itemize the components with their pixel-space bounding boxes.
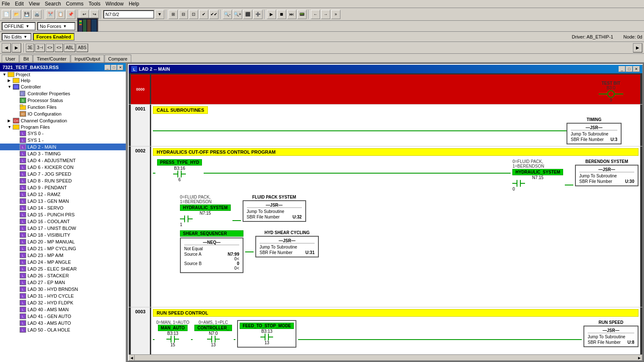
tree-close-btn[interactable]: ✕ bbox=[117, 65, 123, 70]
open-btn[interactable]: 📂 bbox=[12, 10, 21, 19]
tree-item-lad26[interactable]: LLAD 26 - STACKER bbox=[0, 272, 126, 279]
tree-item-lad40[interactable]: LLAD 40 - AMS MAN bbox=[0, 306, 126, 313]
instr-nav-left-btn[interactable]: ◀ bbox=[2, 43, 11, 53]
tree-item-lad6[interactable]: LLAD 6 - KICKER CON bbox=[0, 164, 126, 171]
step-btn[interactable]: ⏭ bbox=[287, 10, 296, 19]
stop-btn[interactable]: ⏹ bbox=[277, 10, 286, 19]
tab-bit[interactable]: Bit bbox=[19, 55, 33, 62]
prog-btn[interactable]: 📟 bbox=[297, 10, 307, 19]
tree-item-lad41[interactable]: LLAD 41 - GEN AUTO bbox=[0, 313, 126, 320]
tree-item-lad15[interactable]: LLAD 15 - PUNCH PRS bbox=[0, 211, 126, 218]
h-scroll-left-btn[interactable]: ◀ bbox=[129, 355, 135, 361]
zoom-fit-btn[interactable]: ⬛ bbox=[243, 10, 252, 19]
tree-item-lad24[interactable]: LLAD 24 - MP ANGLE bbox=[0, 259, 126, 265]
forces-dropdown-icon[interactable]: ▼ bbox=[63, 24, 67, 28]
tree-item-lad31[interactable]: LLAD 31 - HYD CYCLE bbox=[0, 293, 126, 299]
forces-status[interactable]: No Forces ▼ bbox=[37, 22, 75, 30]
instr-lt-btn[interactable]: <> bbox=[46, 44, 54, 52]
tree-item-lad14[interactable]: LLAD 14 - SERVO bbox=[0, 204, 126, 211]
menu-search[interactable]: Search bbox=[45, 1, 61, 7]
ladder-close-btn[interactable]: ✕ bbox=[633, 66, 640, 72]
tree-item-lad9[interactable]: LLAD 9 - PENDANT bbox=[0, 184, 126, 191]
tree-item-help[interactable]: ▶ Help bbox=[0, 77, 126, 83]
tree-item-function-files[interactable]: Function Files bbox=[0, 104, 126, 111]
tree-item-lad2[interactable]: L LAD 2 - MAIN bbox=[0, 144, 126, 150]
tab-timercounter[interactable]: Timer/Counter bbox=[33, 55, 70, 62]
tree-item-program-files[interactable]: ▼ Program Files bbox=[0, 124, 126, 130]
tree-item-controller-props[interactable]: i Controller Properties bbox=[0, 90, 126, 97]
tree-item-processor-status[interactable]: S Processor Status bbox=[0, 97, 126, 104]
tree-item-lad25[interactable]: LLAD 25 - ELEC SHEAR bbox=[0, 265, 126, 272]
tree-item-lad12[interactable]: LLAD 12 - RAMZ bbox=[0, 191, 126, 198]
zoom-out-btn[interactable]: 🔍- bbox=[223, 10, 232, 19]
ladder-minimize-btn[interactable]: _ bbox=[619, 66, 625, 72]
tree-item-lad18[interactable]: LLAD 18 - VISIBILITY bbox=[0, 232, 126, 238]
edits-status[interactable]: No Edits ▼ bbox=[2, 33, 31, 41]
save-btn[interactable]: 💾 bbox=[22, 10, 31, 19]
tree-item-lad50[interactable]: LLAD 50 - OLA HOLE bbox=[0, 326, 126, 333]
tree-item-lad43[interactable]: LLAD 43 - AMS AUTO bbox=[0, 320, 126, 326]
zoom-in-btn[interactable]: 🔍+ bbox=[233, 10, 242, 19]
paste-btn[interactable]: 📌 bbox=[66, 10, 75, 19]
address-input[interactable] bbox=[103, 10, 154, 19]
tree-item-lad7[interactable]: LLAD 7 - JOG SPEED bbox=[0, 171, 126, 177]
tree-item-controller[interactable]: ▼ Controller bbox=[0, 83, 126, 90]
copy-btn[interactable]: 📋 bbox=[56, 10, 65, 19]
address-dropdown-btn[interactable]: ▼ bbox=[155, 10, 164, 19]
toggle3-btn[interactable]: ⊡ bbox=[189, 10, 198, 19]
ti-toggle-program-files[interactable]: ▼ bbox=[8, 125, 13, 129]
instr-abs-btn[interactable]: ABS bbox=[76, 44, 88, 52]
tree-item-io-config[interactable]: IO IO Configuration bbox=[0, 111, 126, 117]
ti-toggle-help[interactable]: ▶ bbox=[8, 78, 13, 83]
ladder-restore-btn[interactable]: □ bbox=[626, 66, 633, 72]
tree-item-lad23[interactable]: LLAD 23 - MP A/M bbox=[0, 252, 126, 259]
tree-item-channel-config[interactable]: ▶ CH Channel Configuration bbox=[0, 117, 126, 124]
tree-item-lad13[interactable]: LLAD 13 - GEN MAN bbox=[0, 198, 126, 204]
instr-3ec-btn[interactable]: 3⊣ bbox=[35, 44, 45, 52]
toggle1-btn[interactable]: ⊞ bbox=[169, 10, 178, 19]
run-btn[interactable]: ▶ bbox=[267, 10, 276, 19]
instr-3e-btn[interactable]: 3E bbox=[26, 44, 34, 52]
tree-item-sys1[interactable]: L SYS 1 - bbox=[0, 137, 126, 144]
menu-comms[interactable]: Comms bbox=[66, 1, 83, 7]
tab-compare[interactable]: Compare bbox=[105, 55, 131, 62]
verify-btn[interactable]: ✔ bbox=[199, 10, 208, 19]
h-scrollbar[interactable]: ◀ ▶ bbox=[129, 354, 642, 360]
tree-minimize-btn[interactable]: _ bbox=[105, 65, 111, 70]
tree-item-lad20[interactable]: LLAD 20 - MP MANUAL bbox=[0, 238, 126, 245]
offline-dropdown-icon[interactable]: ▼ bbox=[25, 24, 29, 28]
ladder-content-area[interactable]: 0000 TEST BIT B3:0 bbox=[129, 73, 642, 354]
nav-right-btn[interactable]: → bbox=[321, 10, 330, 19]
tree-item-project[interactable]: ▼ Project bbox=[0, 72, 126, 77]
new-btn[interactable]: 📄 bbox=[2, 10, 11, 19]
menu-help[interactable]: Help bbox=[129, 1, 139, 7]
tree-item-lad8[interactable]: LLAD 8 - RUN SPEED bbox=[0, 177, 126, 184]
tree-item-lad17[interactable]: LLAD 17 - UNIST BLOW bbox=[0, 225, 126, 232]
ti-toggle-project[interactable]: ▼ bbox=[3, 72, 8, 77]
menu-view[interactable]: View bbox=[29, 1, 40, 7]
print-btn[interactable]: 🖨️ bbox=[32, 10, 41, 19]
tree-item-lad16[interactable]: LLAD 16 - COOLANT bbox=[0, 218, 126, 225]
tree-item-lad30[interactable]: LLAD 30 - HYD BRNDSN bbox=[0, 286, 126, 293]
h-scroll-right-btn[interactable]: ▶ bbox=[636, 355, 642, 361]
h-scroll-track[interactable] bbox=[135, 355, 636, 360]
tree-item-lad27[interactable]: LLAD 27 - EP MAN bbox=[0, 279, 126, 286]
menu-window[interactable]: Window bbox=[105, 1, 124, 7]
menu-edit[interactable]: Edit bbox=[15, 1, 24, 7]
tab-inputoutput[interactable]: Input/Output bbox=[71, 55, 104, 62]
instr-lte-btn[interactable]: <> bbox=[55, 44, 63, 52]
tree-item-lad4[interactable]: LLAD 4 - ADJUSTMENT bbox=[0, 157, 126, 164]
instr-more-btn[interactable]: ▶ bbox=[633, 43, 642, 53]
menu-tools[interactable]: Tools bbox=[88, 1, 100, 7]
menu-file[interactable]: File bbox=[2, 1, 10, 7]
ti-toggle-channel[interactable]: ▶ bbox=[8, 119, 13, 123]
add-rung-btn[interactable]: ➕ bbox=[253, 10, 263, 19]
toggle2-btn[interactable]: ⊟ bbox=[179, 10, 188, 19]
nav-left-btn[interactable]: ← bbox=[311, 10, 320, 19]
offline-status[interactable]: OFFLINE ▼ bbox=[2, 22, 36, 30]
cut-btn[interactable]: ✂️ bbox=[46, 10, 55, 19]
instr-nav-right-btn[interactable]: ▶ bbox=[12, 43, 21, 53]
nav-more-btn[interactable]: » bbox=[331, 10, 340, 19]
tree-item-lad3[interactable]: LLAD 3 - TIMING bbox=[0, 150, 126, 157]
verify2-btn[interactable]: ✔✔ bbox=[209, 10, 218, 19]
